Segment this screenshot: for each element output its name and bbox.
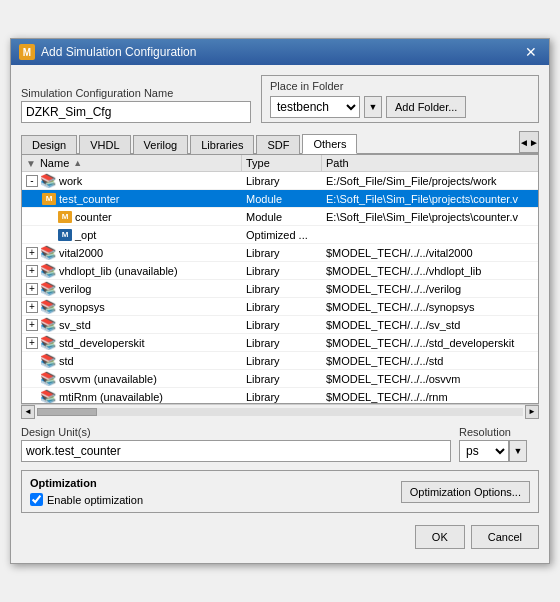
table-row[interactable]: 📚 mtiRnm (unavailable) Library $MODEL_TE… [22,388,538,404]
bottom-sections: Design Unit(s) Resolution ps ▼ [21,426,539,462]
name-cell: + 📚 sv_std [22,316,242,333]
name-cell: 📚 std [22,352,242,369]
resolution-section: Resolution ps ▼ [459,426,539,462]
module-icon: M [58,211,72,223]
folder-select[interactable]: testbench [270,96,360,118]
table-row[interactable]: - 📚 work Library E:/Soft_File/Sim_File/p… [22,172,538,190]
type-cell: Library [242,334,322,351]
dialog-title: Add Simulation Configuration [41,45,196,59]
table-row[interactable]: M counter Module E:\Soft_File\Sim_File\p… [22,208,538,226]
table-row[interactable]: + 📚 vhdlopt_lib (unavailable) Library $M… [22,262,538,280]
expand-icon[interactable]: + [26,247,38,259]
folder-dropdown-btn[interactable]: ▼ [364,96,382,118]
top-row: Simulation Configuration Name Place in F… [21,75,539,123]
scroll-thumb[interactable] [37,408,97,416]
table-row[interactable]: + 📚 verilog Library $MODEL_TECH/../../ve… [22,280,538,298]
expand-icon[interactable]: + [26,301,38,313]
add-simulation-dialog: M Add Simulation Configuration ✕ Simulat… [10,38,550,564]
resolution-select-wrap: ps ▼ [459,440,539,462]
name-cell: + 📚 std_developerskit [22,334,242,351]
tab-vhdl[interactable]: VHDL [79,135,130,154]
library-icon: 📚 [40,300,56,314]
scroll-left-btn[interactable]: ◄ [21,405,35,419]
path-cell: $MODEL_TECH/../../rnm [322,388,538,404]
add-folder-button[interactable]: Add Folder... [386,96,466,118]
dialog-body: Simulation Configuration Name Place in F… [11,65,549,563]
type-cell: Library [242,172,322,189]
table-row[interactable]: 📚 osvvm (unavailable) Library $MODEL_TEC… [22,370,538,388]
app-icon: M [19,44,35,60]
sort-icon-name: ▲ [73,158,82,168]
table-row[interactable]: 📚 std Library $MODEL_TECH/../../std [22,352,538,370]
scroll-right-btn[interactable]: ► [525,405,539,419]
library-icon: 📚 [40,336,56,350]
expand-icon[interactable]: - [26,175,38,187]
sim-config-label: Simulation Configuration Name [21,87,251,99]
expand-icon[interactable]: + [26,337,38,349]
m-icon: M [58,229,72,241]
design-unit-section: Design Unit(s) [21,426,451,462]
table-row[interactable]: + 📚 synopsys Library $MODEL_TECH/../../s… [22,298,538,316]
col-path-header: Path [322,155,538,171]
path-cell: $MODEL_TECH/../../osvvm [322,370,538,387]
expand-icon[interactable]: + [26,265,38,277]
title-bar: M Add Simulation Configuration ✕ [11,39,549,65]
tab-nav-button[interactable]: ◄► [519,131,539,153]
name-cell: 📚 osvvm (unavailable) [22,370,242,387]
type-cell: Library [242,280,322,297]
table-row[interactable]: M _opt Optimized ... [22,226,538,244]
optimization-section: Optimization Enable optimization Optimiz… [21,470,539,513]
folder-label: Place in Folder [270,80,530,92]
close-button[interactable]: ✕ [521,42,541,62]
library-icon: 📚 [40,174,56,188]
tabs-row: Design VHDL Verilog Libraries SDF Others… [21,131,539,154]
checkbox-row: Enable optimization [30,493,143,506]
tab-others[interactable]: Others [302,134,357,154]
tab-libraries[interactable]: Libraries [190,135,254,154]
tree-header: ▼ Name ▲ Type Path [22,155,538,172]
horizontal-scrollbar[interactable]: ◄ ► [21,404,539,418]
table-row[interactable]: + 📚 vital2000 Library $MODEL_TECH/../../… [22,244,538,262]
table-row[interactable]: + 📚 sv_std Library $MODEL_TECH/../../sv_… [22,316,538,334]
path-cell: $MODEL_TECH/../../vital2000 [322,244,538,261]
resolution-dropdown-btn[interactable]: ▼ [509,440,527,462]
type-cell: Library [242,262,322,279]
filter-icon: ▼ [26,158,36,169]
path-cell: $MODEL_TECH/../../std_developerskit [322,334,538,351]
name-cell: + 📚 vhdlopt_lib (unavailable) [22,262,242,279]
name-cell: 📚 mtiRnm (unavailable) [22,388,242,404]
tab-verilog[interactable]: Verilog [133,135,189,154]
sim-config-input[interactable] [21,101,251,123]
path-cell: E:\Soft_File\Sim_File\projects\counter.v [322,190,538,207]
place-in-folder-group: Place in Folder testbench ▼ Add Folder..… [261,75,539,123]
title-bar-left: M Add Simulation Configuration [19,44,196,60]
path-cell: E:\Soft_File\Sim_File\projects\counter.v [322,208,538,225]
ok-button[interactable]: OK [415,525,465,549]
table-row[interactable]: + 📚 std_developerskit Library $MODEL_TEC… [22,334,538,352]
checkbox-label: Enable optimization [47,494,143,506]
expand-icon[interactable]: + [26,319,38,331]
expand-icon[interactable]: + [26,283,38,295]
type-cell: Library [242,352,322,369]
type-cell: Library [242,316,322,333]
cancel-button[interactable]: Cancel [471,525,539,549]
type-cell: Library [242,298,322,315]
table-row[interactable]: M test_counter Module E:\Soft_File\Sim_F… [22,190,538,208]
type-cell: Library [242,244,322,261]
resolution-select[interactable]: ps [459,440,509,462]
name-cell: + 📚 verilog [22,280,242,297]
path-cell: $MODEL_TECH/../../vhdlopt_lib [322,262,538,279]
design-unit-input[interactable] [21,440,451,462]
name-cell: M _opt [22,226,242,243]
tab-sdf[interactable]: SDF [256,135,300,154]
footer-row: OK Cancel [21,521,539,553]
name-cell: + 📚 synopsys [22,298,242,315]
optimization-options-button[interactable]: Optimization Options... [401,481,530,503]
design-unit-label: Design Unit(s) [21,426,451,438]
enable-optimization-checkbox[interactable] [30,493,43,506]
optimization-label: Optimization [30,477,143,489]
scroll-track[interactable] [37,408,523,416]
tab-design[interactable]: Design [21,135,77,154]
tree-area: ▼ Name ▲ Type Path - 📚 work [21,154,539,404]
type-cell: Library [242,370,322,387]
